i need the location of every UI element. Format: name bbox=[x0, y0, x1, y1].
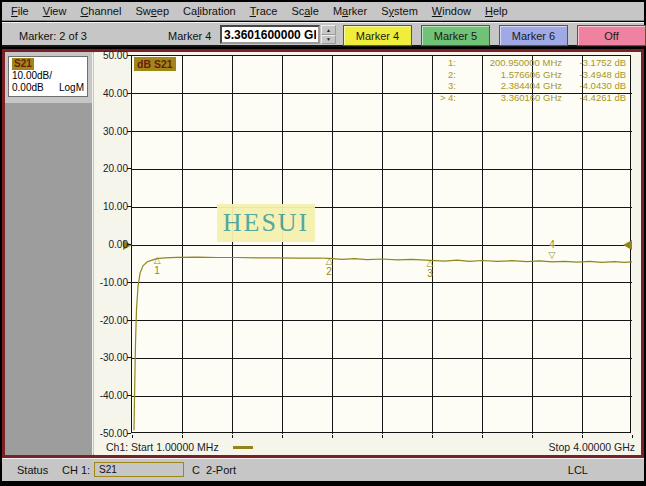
y-axis-tick-label: 0.00 bbox=[94, 239, 128, 250]
toolbar-button-marker-4[interactable]: Marker 4 bbox=[343, 25, 412, 46]
trace-status-box: S21 10.00dB/ 0.00dB LogM bbox=[8, 56, 88, 97]
x-axis-tick bbox=[632, 435, 633, 438]
y-axis-tick-label: -50.00 bbox=[94, 428, 128, 439]
menu-calibration[interactable]: Calibration bbox=[183, 5, 236, 17]
y-axis-tick-label: 50.00 bbox=[94, 50, 128, 61]
marker-4-symbol: ▽ bbox=[549, 251, 556, 260]
x-axis-tick bbox=[332, 435, 333, 438]
x-axis-tick bbox=[482, 435, 483, 438]
main-frame: S21 10.00dB/ 0.00dB LogM dB S21 1:200.95… bbox=[2, 49, 644, 458]
marker-toolbar: Marker: 2 of 3 Marker 4 ▲▼ Marker 4Marke… bbox=[2, 22, 644, 47]
y-axis-tick-label: 30.00 bbox=[94, 126, 128, 137]
trace-name-badge: S21 bbox=[12, 58, 34, 70]
y-axis-tick-label: 40.00 bbox=[94, 88, 128, 99]
graph-area: dB S21 1:200.950000 MHz-3.1752 dB2:1.576… bbox=[94, 52, 641, 455]
menu-bar: FileViewChannelSweepCalibrationTraceScal… bbox=[2, 2, 644, 21]
y-axis-tick bbox=[127, 244, 131, 245]
watermark: HESUI bbox=[217, 204, 315, 242]
stepper-up-button[interactable]: ▲ bbox=[321, 25, 336, 35]
menu-scale[interactable]: Scale bbox=[291, 5, 319, 17]
marker-readout: 1:200.950000 MHz-3.1752 dB2:1.576606 GHz… bbox=[430, 57, 626, 103]
marker-frequency-input[interactable] bbox=[220, 25, 320, 44]
x-axis-tick bbox=[132, 435, 133, 438]
marker-1-number: 1 bbox=[154, 266, 160, 276]
menu-channel[interactable]: Channel bbox=[80, 5, 121, 17]
x-axis-tick bbox=[282, 435, 283, 438]
y-axis-tick-label: 10.00 bbox=[94, 201, 128, 212]
marker-3-number: 3 bbox=[427, 269, 433, 279]
menu-trace[interactable]: Trace bbox=[250, 5, 278, 17]
y-axis-tick bbox=[127, 395, 131, 396]
status-channel: CH 1: bbox=[62, 464, 90, 476]
y-axis-tick bbox=[127, 131, 131, 132]
trace-reference: 0.00dB bbox=[12, 82, 44, 94]
plot-title-badge: dB S21 bbox=[134, 57, 176, 71]
toolbar-button-marker-6[interactable]: Marker 6 bbox=[499, 25, 568, 46]
y-axis-tick-label: -30.00 bbox=[94, 352, 128, 363]
menu-sweep[interactable]: Sweep bbox=[135, 5, 169, 17]
status-trace-box: S21 bbox=[94, 462, 184, 477]
status-cal-state: C 2-Port bbox=[192, 464, 236, 476]
y-axis-tick bbox=[127, 282, 131, 283]
marker-readout-row: > 4:3.360160 GHz-4.4261 dB bbox=[430, 92, 626, 104]
menu-marker[interactable]: Marker bbox=[333, 5, 367, 17]
trace-color-indicator bbox=[233, 446, 253, 449]
marker-readout-row: 1:200.950000 MHz-3.1752 dB bbox=[430, 57, 626, 69]
y-axis-tick-label: -40.00 bbox=[94, 390, 128, 401]
menu-system[interactable]: System bbox=[381, 5, 418, 17]
y-axis-tick bbox=[127, 93, 131, 94]
y-axis-tick-label: -20.00 bbox=[94, 315, 128, 326]
frequency-stepper: ▲▼ bbox=[321, 25, 336, 44]
marker-4-number: 4 bbox=[549, 240, 555, 250]
status-label: Status bbox=[17, 464, 48, 476]
plot-grid: dB S21 1:200.950000 MHz-3.1752 dB2:1.576… bbox=[131, 55, 631, 433]
x-axis-tick bbox=[432, 435, 433, 438]
y-axis-tick-label: 20.00 bbox=[94, 163, 128, 174]
y-axis-tick bbox=[127, 433, 131, 434]
trace-format: LogM bbox=[59, 82, 84, 94]
marker-readout-row: 3:2.384404 GHz-4.0430 dB bbox=[430, 80, 626, 92]
marker-count-status: Marker: 2 of 3 bbox=[19, 30, 87, 42]
menu-help[interactable]: Help bbox=[485, 5, 508, 17]
reference-level-arrow-right bbox=[623, 240, 632, 250]
menu-view[interactable]: View bbox=[43, 5, 67, 17]
marker-2-number: 2 bbox=[326, 267, 332, 277]
trace-sidebar: S21 10.00dB/ 0.00dB LogM bbox=[5, 52, 93, 455]
y-axis-tick bbox=[127, 206, 131, 207]
menu-window[interactable]: Window bbox=[432, 5, 471, 17]
x-axis-tick bbox=[182, 435, 183, 438]
sweep-stop-label: Stop 4.00000 GHz bbox=[549, 441, 635, 453]
stepper-down-button[interactable]: ▼ bbox=[321, 35, 336, 45]
y-axis-tick bbox=[127, 55, 131, 56]
marker-field-label: Marker 4 bbox=[168, 30, 211, 42]
sweep-start-label: Ch1: Start 1.00000 MHz bbox=[106, 441, 219, 453]
sweep-range-row: Ch1: Start 1.00000 MHz Stop 4.00000 GHz bbox=[94, 439, 635, 455]
status-mode: LCL bbox=[568, 464, 588, 476]
x-axis-tick bbox=[382, 435, 383, 438]
marker-2-symbol: △ bbox=[326, 257, 333, 266]
analyzer-screen: FileViewChannelSweepCalibrationTraceScal… bbox=[0, 0, 646, 486]
y-axis-tick-label: -10.00 bbox=[94, 277, 128, 288]
status-bar: Status CH 1: S21 C 2-Port LCL bbox=[2, 458, 644, 481]
toolbar-button-marker-5[interactable]: Marker 5 bbox=[421, 25, 490, 46]
y-axis-tick bbox=[127, 357, 131, 358]
marker-3-symbol: △ bbox=[427, 259, 434, 268]
sidebar-lower-panel bbox=[5, 103, 92, 455]
x-axis-tick bbox=[582, 435, 583, 438]
marker-1-symbol: △ bbox=[154, 256, 161, 265]
toolbar-button-off[interactable]: Off bbox=[577, 25, 646, 46]
x-axis-tick bbox=[232, 435, 233, 438]
y-axis-tick bbox=[127, 168, 131, 169]
trace-plot-svg bbox=[132, 56, 632, 434]
y-axis-tick bbox=[127, 320, 131, 321]
x-axis-tick bbox=[532, 435, 533, 438]
trace-scale: 10.00dB/ bbox=[12, 70, 84, 82]
menu-file[interactable]: File bbox=[11, 5, 29, 17]
marker-readout-row: 2:1.576606 GHz-3.4948 dB bbox=[430, 69, 626, 81]
